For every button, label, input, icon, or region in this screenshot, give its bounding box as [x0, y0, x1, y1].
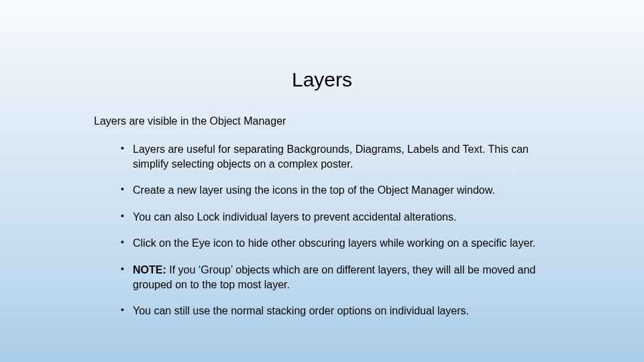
list-item: Click on the Eye icon to hide other obsc… [121, 236, 564, 251]
list-item: Layers are useful for separating Backgro… [121, 142, 564, 171]
slide-title: Layers [0, 0, 644, 115]
note-prefix: NOTE: [133, 264, 166, 276]
list-item: You can also Lock individual layers to p… [121, 210, 564, 225]
bullet-list: Layers are useful for separating Backgro… [121, 142, 564, 318]
note-rest: If you ‘Group’ objects which are on diff… [133, 264, 535, 290]
list-item: Create a new layer using the icons in th… [121, 183, 564, 198]
list-item: NOTE: If you ‘Group’ objects which are o… [121, 263, 564, 292]
slide-subtitle: Layers are visible in the Object Manager [94, 115, 644, 127]
list-item: You can still use the normal stacking or… [121, 304, 564, 318]
slide: Layers Layers are visible in the Object … [0, 0, 644, 362]
